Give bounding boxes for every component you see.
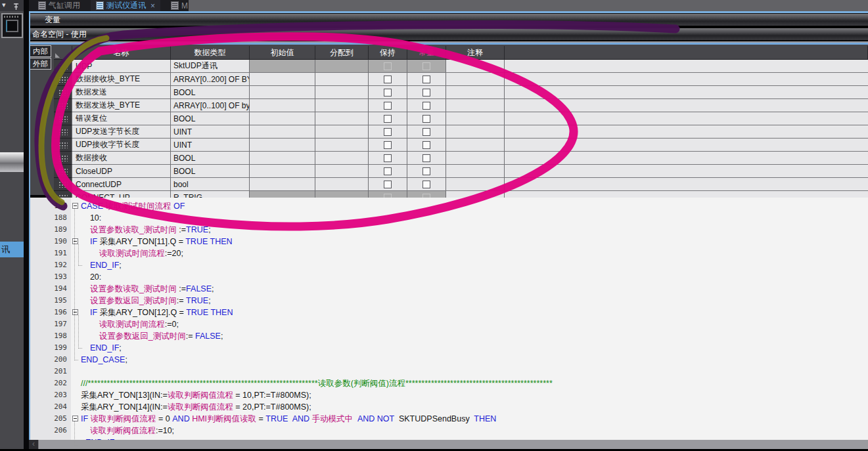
table-row[interactable]: 数据发送BOOL [54, 86, 868, 99]
cell-name[interactable]: UDP接收字节长度 [72, 139, 171, 152]
row-handle[interactable] [54, 73, 72, 86]
cell-name[interactable]: 数据发送 [72, 86, 171, 99]
cell-constant[interactable] [407, 165, 446, 178]
retain-checkbox[interactable] [384, 62, 392, 70]
code-line[interactable]: 203采集ARY_TON[13](IN:=读取判断阀值流程 = 10,PT:=T… [30, 389, 868, 401]
row-handle[interactable] [54, 139, 72, 152]
cell-retain[interactable] [369, 86, 407, 99]
code-line[interactable]: 188 10: [30, 212, 868, 224]
cell-allocation[interactable] [315, 125, 369, 139]
table-row[interactable]: 数据发送块_BYTEARRAY[0..100] OF byte [54, 99, 868, 112]
row-handle[interactable] [54, 86, 72, 99]
cell-comment[interactable] [446, 73, 505, 86]
cell-comment[interactable] [446, 99, 505, 112]
retain-checkbox[interactable] [384, 141, 392, 149]
cell-retain[interactable] [369, 152, 407, 165]
row-handle[interactable] [54, 125, 72, 139]
cell-comment[interactable] [446, 112, 505, 125]
cell-name[interactable]: 数据发送块_BYTE [72, 99, 171, 112]
sidebar-item-selected[interactable]: 讯 [0, 242, 24, 257]
row-handle[interactable] [54, 112, 72, 125]
code-line[interactable]: 205IF 读取判断阀值流程 = 0 AND HMI判断阀值读取 = TRUE … [30, 413, 868, 425]
cell-allocation[interactable] [315, 86, 369, 99]
code-line[interactable]: 193 20: [30, 271, 868, 283]
table-row[interactable]: 数据接收块_BYTEARRAY[0..200] OF BYT [54, 73, 868, 86]
cell-retain[interactable] [369, 178, 407, 191]
cell-initial-value[interactable] [250, 191, 315, 198]
constant-checkbox[interactable] [423, 154, 430, 162]
scope-tab-外部[interactable]: 外部 [30, 58, 51, 70]
column-header[interactable]: 保持 [369, 46, 407, 60]
scope-tab-内部[interactable]: 内部 [30, 45, 51, 57]
cell-allocation[interactable] [315, 152, 369, 165]
cell-constant[interactable] [407, 125, 446, 139]
cell-datatype[interactable]: BOOL [171, 86, 250, 99]
code-line[interactable]: 189 设置参数读取_测试时间 :=TRUE; [30, 224, 868, 236]
cell-constant[interactable] [407, 191, 446, 198]
cell-allocation[interactable] [315, 139, 369, 152]
row-handle[interactable] [54, 152, 72, 165]
cell-allocation[interactable] [315, 165, 369, 178]
cell-comment[interactable] [446, 60, 505, 73]
cell-datatype[interactable]: ARRAY[0..200] OF BYT [171, 73, 250, 86]
constant-checkbox[interactable] [423, 128, 430, 136]
cell-initial-value[interactable] [250, 60, 315, 73]
cell-datatype[interactable]: BOOL [171, 152, 250, 165]
cell-datatype[interactable]: bool [171, 178, 250, 191]
table-row[interactable]: CloseUDPBOOL [54, 165, 868, 178]
retain-checkbox[interactable] [384, 75, 392, 83]
code-line[interactable]: 190 IF 采集ARY_TON[11].Q = TRUE THEN [30, 236, 868, 247]
code-line[interactable]: 201 [30, 366, 868, 377]
cell-datatype[interactable]: UINT [171, 125, 250, 139]
code-editor[interactable]: 187CASE 读取测试时间流程 OF188 10:189 设置参数读取_测试时… [30, 198, 868, 440]
cell-allocation[interactable] [315, 99, 369, 112]
table-row[interactable]: 数据接收BOOL [54, 152, 868, 165]
column-header[interactable]: 分配到 [315, 46, 369, 60]
cell-initial-value[interactable] [250, 178, 315, 191]
code-line[interactable]: 200END_CASE; [30, 354, 868, 366]
cell-allocation[interactable] [315, 112, 369, 125]
cell-constant[interactable] [407, 178, 446, 191]
scroll-left-button[interactable]: ‹ [29, 440, 38, 449]
constant-checkbox[interactable] [423, 75, 430, 83]
cell-constant[interactable] [407, 99, 446, 112]
cell-retain[interactable] [369, 112, 407, 125]
table-row[interactable]: CONNECT_UPR_TRIG [54, 191, 868, 198]
cell-constant[interactable] [407, 73, 446, 86]
table-row[interactable]: ConnectUDPbool [54, 178, 868, 191]
retain-checkbox[interactable] [384, 154, 392, 162]
pin-icon[interactable] [12, 1, 20, 13]
constant-checkbox[interactable] [423, 102, 430, 110]
tab-气缸调用[interactable]: 气缸调用 [33, 0, 85, 11]
cell-comment[interactable] [446, 139, 505, 152]
cell-name[interactable]: UDP发送字节长度 [72, 125, 171, 139]
cell-name[interactable]: ConnectUDP [72, 178, 171, 191]
cell-constant[interactable] [407, 152, 446, 165]
cell-name[interactable]: 数据接收 [72, 152, 171, 165]
code-line[interactable]: 192 END_IF; [30, 259, 868, 271]
constant-checkbox[interactable] [423, 141, 430, 149]
cell-allocation[interactable] [315, 73, 369, 86]
cell-comment[interactable] [446, 191, 505, 198]
cell-constant[interactable] [407, 112, 446, 125]
constant-checkbox[interactable] [423, 181, 430, 188]
cell-comment[interactable] [446, 125, 505, 139]
table-row[interactable]: 错误复位BOOL [54, 112, 868, 125]
retain-checkbox[interactable] [384, 89, 392, 97]
code-line[interactable]: 198 设置参数返回_测试时间:= FALSE; [30, 330, 868, 342]
cell-datatype[interactable]: UINT [171, 139, 250, 152]
row-handle[interactable] [54, 178, 72, 191]
cell-name[interactable]: CloseUDP [72, 165, 171, 178]
table-row[interactable]: UDP发送字节长度UINT [54, 125, 868, 139]
table-row[interactable]: UDP接收字节长度UINT [54, 139, 868, 152]
horizontal-scrollbar[interactable]: ‹ [29, 440, 868, 449]
cell-retain[interactable] [369, 60, 407, 73]
cell-initial-value[interactable] [250, 73, 315, 86]
constant-checkbox[interactable] [423, 62, 430, 70]
constant-checkbox[interactable] [423, 89, 430, 97]
controller-device-icon[interactable] [1, 13, 23, 38]
constant-checkbox[interactable] [423, 167, 430, 175]
cell-comment[interactable] [446, 152, 505, 165]
constant-checkbox[interactable] [423, 115, 430, 123]
column-header[interactable]: 初始值 [250, 46, 315, 60]
